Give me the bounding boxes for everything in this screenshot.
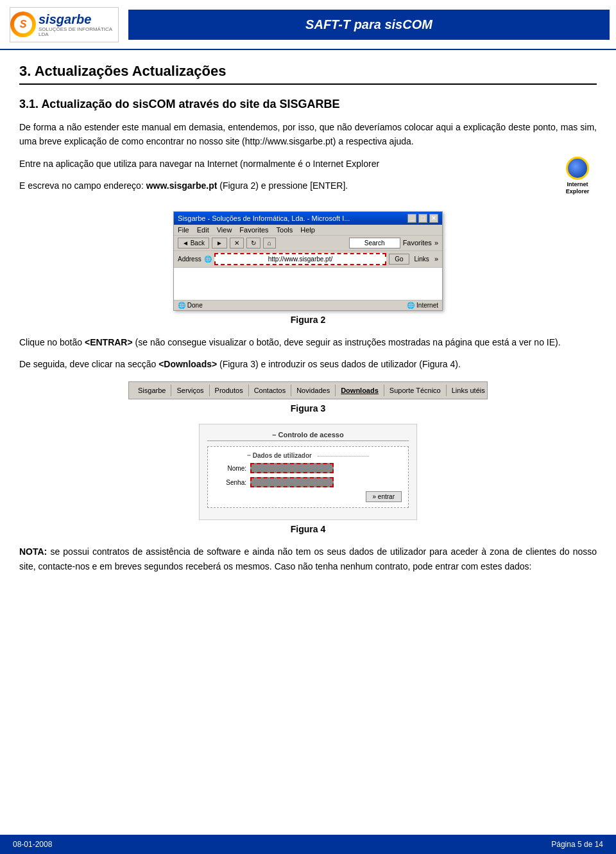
page-header: S sisgarbe SOLUÇÕES DE INFORMÁTICA LDA S… xyxy=(0,0,616,50)
section-heading: 3. Actualizações Actualizações xyxy=(19,63,597,85)
browser-window-mockup: Sisgarbe - Soluções de Informática, Lda.… xyxy=(173,211,443,311)
logo-circle: S xyxy=(10,12,36,37)
address-label: Address xyxy=(178,256,201,263)
figura-3-container: Sisgarbe Serviços Produtos Contactos Nov… xyxy=(19,381,597,414)
browser-buttons: _ □ ✕ xyxy=(407,214,438,223)
login-subsection: ·· Dados de utilizador Nome: Senha: » en… xyxy=(207,446,409,508)
para2-after: E escreva no campo endereço: xyxy=(19,180,144,191)
para2-suffix: (Figura 2) e pressione [ENTER]. xyxy=(219,180,348,191)
nav-item-downloads[interactable]: Downloads xyxy=(336,385,384,396)
browser-toolbar: ◄ Back ► ✕ ↻ ⌂ Search Favorites » xyxy=(174,236,442,251)
nav-bar-mockup: Sisgarbe Serviços Produtos Contactos Nov… xyxy=(128,381,488,399)
refresh-btn[interactable]: ↻ xyxy=(246,238,261,248)
para3-bold: <ENTRAR> xyxy=(85,337,133,347)
paragraph-1: De forma a não estender este manual em d… xyxy=(19,120,597,149)
para4-after: (Figura 3) e introduzir os seus dados de… xyxy=(219,359,461,369)
subsection-title: Actualização do sisCOM através do site d… xyxy=(41,98,339,110)
home-btn[interactable]: ⌂ xyxy=(263,238,276,248)
paragraph-2b: E escreva no campo endereço: www.sisgarb… xyxy=(19,179,548,193)
figura-2-container: Sisgarbe - Soluções de Informática, Lda.… xyxy=(19,211,597,325)
minimize-button[interactable]: _ xyxy=(407,214,416,223)
back-btn[interactable]: ◄ Back xyxy=(178,238,209,248)
paragraph-2a: Entre na aplicação que utiliza para nave… xyxy=(19,157,548,171)
nav-item-servicos[interactable]: Serviços xyxy=(171,385,209,396)
minus-icon: – xyxy=(272,431,278,439)
login-subsection-title: ·· Dados de utilizador xyxy=(214,452,402,459)
header-title-box: SAFT-T para sisCOM xyxy=(128,10,610,40)
paragraph-4: De seguida, deve clicar na secção <Downl… xyxy=(19,357,597,371)
links-label: Links xyxy=(412,254,432,264)
toolbar-extra: » xyxy=(434,239,438,247)
dot-icon: ·· xyxy=(247,452,252,459)
nav-item-contactos[interactable]: Contactos xyxy=(249,385,292,396)
subsection-heading: 3.1. Actualização do sisCOM através do s… xyxy=(19,98,597,111)
header-title: SAFT-T para sisCOM xyxy=(305,17,432,32)
figura-4-container: – Controlo de acesso ·· Dados de utiliza… xyxy=(19,424,597,534)
figura-2-label: Figura 2 xyxy=(19,315,597,325)
menu-tools[interactable]: Tools xyxy=(277,226,293,234)
nome-input[interactable] xyxy=(250,463,334,473)
main-content: 3. Actualizações Actualizações 3.1. Actu… xyxy=(0,50,616,594)
browser-addressbar: Address 🌐 http://www.sisgarbe.pt/ Go Lin… xyxy=(174,251,442,268)
browser-body xyxy=(174,268,442,300)
page-footer: 08-01-2008 Página 5 de 14 xyxy=(0,835,616,854)
close-button[interactable]: ✕ xyxy=(429,214,438,223)
login-form-mockup: – Controlo de acesso ·· Dados de utiliza… xyxy=(199,424,417,520)
ie-icon-graphic xyxy=(566,157,589,180)
forward-btn[interactable]: ► xyxy=(212,238,227,248)
browser-statusbar: 🌐 Done 🌐 Internet xyxy=(174,300,442,310)
browser-title: Sisgarbe - Soluções de Informática, Lda.… xyxy=(178,214,350,222)
menu-file[interactable]: File xyxy=(178,226,189,234)
stop-btn[interactable]: ✕ xyxy=(230,238,244,248)
para4-before: De seguida, deve clicar na secção xyxy=(19,359,158,369)
favorites-label: Favorites xyxy=(403,239,432,247)
menu-edit[interactable]: Edit xyxy=(197,226,209,234)
nome-label: Nome: xyxy=(214,465,246,472)
section-title: Actualizações xyxy=(35,63,129,79)
nav-item-novidades[interactable]: Novidades xyxy=(291,385,336,396)
login-field-nome-row: Nome: xyxy=(214,463,402,473)
links-extra: » xyxy=(434,255,438,263)
para2-url: www.sisgarbe.pt xyxy=(146,180,218,191)
address-input[interactable]: http://www.sisgarbe.pt/ xyxy=(214,253,386,265)
footer-page-info: Página 5 de 14 xyxy=(551,840,603,849)
menu-view[interactable]: View xyxy=(217,226,232,234)
logo-brand-name: sisgarbe xyxy=(38,12,91,26)
nav-item-links[interactable]: Links utéis xyxy=(447,385,490,396)
nav-item-suporte[interactable]: Suporte Técnico xyxy=(384,385,447,396)
section-number: 3. xyxy=(19,63,31,79)
address-value: http://www.sisgarbe.pt/ xyxy=(268,256,333,263)
login-section-title: – Controlo de acesso xyxy=(207,431,409,441)
nota-paragraph: NOTA: se possui contratos de assistência… xyxy=(19,545,597,573)
maximize-button[interactable]: □ xyxy=(418,214,427,223)
entrar-button[interactable]: » entrar xyxy=(366,491,402,502)
logo-container: S sisgarbe SOLUÇÕES DE INFORMÁTICA LDA xyxy=(6,5,122,44)
search-box: Search xyxy=(349,238,400,248)
menu-help[interactable]: Help xyxy=(300,226,315,234)
status-done: 🌐 Done xyxy=(178,302,203,309)
logo-image: S sisgarbe SOLUÇÕES DE INFORMÁTICA LDA xyxy=(10,7,119,42)
senha-label: Senha: xyxy=(214,479,246,486)
senha-input[interactable] xyxy=(250,477,334,487)
login-field-senha-row: Senha: xyxy=(214,477,402,487)
logo-tagline: SOLUÇÕES DE INFORMÁTICA LDA xyxy=(38,27,118,37)
paragraph-3: Clique no botão <ENTRAR> (se não consegu… xyxy=(19,335,597,349)
browser-titlebar: Sisgarbe - Soluções de Informática, Lda.… xyxy=(174,212,442,225)
nav-item-sisgarbe[interactable]: Sisgarbe xyxy=(133,385,171,396)
status-internet: 🌐 Internet xyxy=(407,302,438,309)
nav-item-produtos[interactable]: Produtos xyxy=(210,385,249,396)
ie-icon: InternetExplorer xyxy=(558,157,597,192)
paragraph-2-block: Entre na aplicação que utiliza para nave… xyxy=(19,157,597,201)
browser-menubar: File Edit View Favorites Tools Help xyxy=(174,225,442,236)
para2-before: Entre na aplicação que utiliza para nave… xyxy=(19,159,379,169)
menu-favorites[interactable]: Favorites xyxy=(239,226,268,234)
nota-label: NOTA: xyxy=(19,546,47,557)
para3-before: Clique no botão xyxy=(19,337,85,347)
subsection-number: 3.1. xyxy=(19,98,38,110)
para3-after: (se não consegue visualizar o botão, dev… xyxy=(135,337,561,347)
go-button[interactable]: Go xyxy=(389,254,409,265)
ie-icon-label: InternetExplorer xyxy=(558,181,597,195)
nota-text: se possui contratos de assistência de so… xyxy=(19,546,597,571)
figura-3-label: Figura 3 xyxy=(19,403,597,414)
figura-4-label: Figura 4 xyxy=(19,524,597,534)
